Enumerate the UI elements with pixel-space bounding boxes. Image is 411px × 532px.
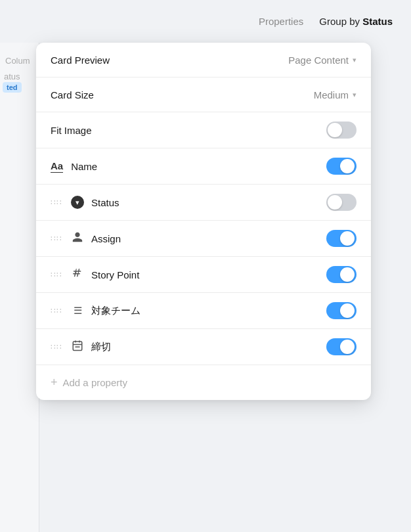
property-toggle-3[interactable] (326, 302, 357, 319)
property-toggle-2[interactable] (326, 266, 357, 283)
card-size-chevron-icon: ▾ (353, 91, 357, 99)
fit-image-toggle-thumb (328, 123, 342, 137)
property-label-group-4: ∷∷締切 (51, 340, 111, 354)
card-size-row: Card Size Medium ▾ (36, 78, 371, 112)
add-property-label: Add a property (63, 377, 127, 388)
property-icon-1 (70, 231, 85, 246)
property-toggle-0[interactable] (326, 194, 357, 211)
card-preview-chevron-icon: ▾ (353, 56, 357, 64)
properties-tab[interactable]: Properties (259, 16, 303, 27)
property-label-2: Story Point (91, 269, 139, 280)
property-toggle-4[interactable] (326, 338, 357, 355)
property-toggle-thumb-2 (340, 267, 355, 282)
property-label-4: 締切 (91, 341, 111, 353)
card-size-value: Medium (314, 89, 349, 100)
property-label-group-2: ∷∷Story Point (51, 267, 139, 282)
drag-handle-4[interactable]: ∷∷ (51, 342, 62, 351)
card-preview-select[interactable]: Page Content ▾ (288, 55, 357, 66)
fit-image-row: Fit Image (36, 112, 371, 148)
property-row-4: ∷∷締切 (36, 329, 371, 365)
left-column-bg: Colum atus ted (0, 43, 39, 532)
name-toggle[interactable] (326, 158, 357, 175)
property-row-1: ∷∷Assign (36, 221, 371, 256)
property-icon-3: ☰ (70, 305, 85, 317)
card-size-select[interactable]: Medium ▾ (314, 89, 357, 100)
drag-handle-2[interactable]: ∷∷ (51, 270, 62, 279)
fit-image-label: Fit Image (51, 125, 92, 136)
groupby-prefix: Group by (319, 16, 362, 27)
name-label-group: Aa Name (51, 160, 97, 173)
property-row-0: ∷∷▾Status (36, 185, 371, 220)
property-toggle-1[interactable] (326, 230, 357, 247)
property-label-3: 対象チーム (91, 305, 141, 317)
property-label-0: Status (91, 197, 119, 208)
svg-rect-4 (75, 347, 80, 348)
property-toggle-thumb-0 (328, 195, 342, 210)
property-label-group-3: ∷∷☰対象チーム (51, 305, 141, 317)
top-bar: Properties Group by Status (0, 0, 411, 43)
drag-handle-0[interactable]: ∷∷ (51, 198, 62, 207)
properties-panel: Card Preview Page Content ▾ Card Size Me… (36, 43, 371, 400)
col-text-2: atus (4, 72, 20, 81)
groupby-tab[interactable]: Group by Status (319, 16, 393, 27)
card-preview-row: Card Preview Page Content ▾ (36, 43, 371, 77)
property-label-group-1: ∷∷Assign (51, 231, 121, 246)
property-toggle-thumb-3 (340, 303, 355, 318)
property-label-group-0: ∷∷▾Status (51, 196, 119, 210)
aa-icon: Aa (51, 160, 63, 173)
add-property-row[interactable]: + Add a property (36, 365, 371, 400)
name-toggle-thumb (340, 159, 355, 173)
property-icon-2 (70, 267, 85, 282)
svg-rect-0 (73, 342, 82, 351)
drag-handle-1[interactable]: ∷∷ (51, 234, 62, 243)
card-preview-label: Card Preview (51, 55, 110, 66)
property-icon-0: ▾ (70, 196, 85, 210)
col-text-1: Colum (5, 56, 30, 66)
property-toggle-thumb-4 (340, 340, 355, 354)
property-icon-4 (70, 340, 85, 354)
card-size-label: Card Size (51, 89, 94, 100)
fit-image-toggle[interactable] (326, 122, 357, 139)
plus-icon: + (51, 376, 58, 389)
name-label: Name (71, 161, 97, 172)
property-row-2: ∷∷Story Point (36, 257, 371, 292)
card-preview-value: Page Content (288, 55, 349, 66)
drag-handle-3[interactable]: ∷∷ (51, 306, 62, 315)
property-row-3: ∷∷☰対象チーム (36, 293, 371, 328)
left-badge: ted (3, 82, 22, 93)
property-label-1: Assign (91, 233, 121, 244)
property-rows: ∷∷▾Status∷∷Assign∷∷Story Point∷∷☰対象チーム∷∷… (36, 185, 371, 365)
name-row: Aa Name (36, 148, 371, 184)
groupby-value: Status (362, 16, 393, 27)
property-toggle-thumb-1 (340, 231, 355, 246)
